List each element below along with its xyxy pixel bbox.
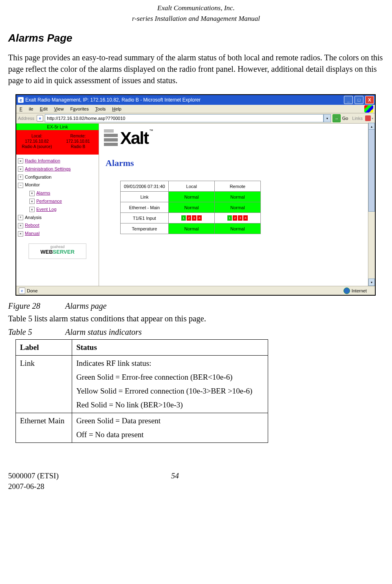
nav-eventlog[interactable]: Event Log (36, 206, 57, 214)
eth-local-status: Normal (168, 202, 214, 213)
table-row-label: Link (16, 356, 72, 413)
page-footer: 5000007 (ETSI) 2007-06-28 54 (8, 471, 384, 491)
zone-label: Internet (352, 288, 367, 293)
plus-icon[interactable]: + (18, 175, 23, 180)
th-status: Status (72, 340, 268, 356)
nav-performance[interactable]: Performance (36, 197, 62, 206)
maximize-button[interactable]: □ (355, 96, 363, 104)
plus-icon[interactable]: + (18, 215, 23, 220)
window-titlebar: e Exalt Radio Management, IP: 172.16.10.… (16, 95, 375, 105)
expand-icon[interactable]: × (18, 166, 23, 172)
windows-flag-icon (364, 105, 373, 113)
t1-port-indicator: 2 (187, 215, 191, 221)
page-icon: e (19, 288, 25, 294)
minimize-button[interactable]: _ (344, 96, 353, 104)
expand-icon[interactable]: × (18, 231, 23, 237)
window-title: Exalt Radio Management, IP: 172.16.10.82… (25, 97, 343, 103)
section-title: Alarms Page (8, 32, 384, 44)
doc-date: 2007-06-28 (8, 482, 171, 491)
screenshot-figure: e Exalt Radio Management, IP: 172.16.10.… (15, 94, 376, 296)
menu-favorites[interactable]: Favorites (70, 106, 88, 111)
close-button[interactable]: X (365, 96, 374, 104)
links-dropdown[interactable]: ▾ (372, 117, 373, 120)
temp-remote-status: Normal (214, 223, 260, 234)
t1-port-indicator: 1 (181, 215, 186, 221)
nav-config[interactable]: Configuration (25, 173, 51, 181)
nav-analysis[interactable]: Analysis (25, 214, 42, 222)
status-indicators-table: Label Status LinkIndicates RF link statu… (15, 339, 268, 443)
th-label: Label (16, 340, 72, 356)
figure-caption: Figure 28Alarms page (8, 301, 384, 311)
menu-edit[interactable]: Edit (40, 106, 48, 111)
temp-local-status: Normal (168, 223, 214, 234)
row-t1e1: T1/E1 Input (121, 213, 169, 223)
t1-port-indicator: 2 (233, 215, 237, 221)
alarms-table: 09/01/2006 07:31:40 Local Remote Link No… (120, 181, 261, 234)
nav-admin[interactable]: Administration Settings (25, 165, 71, 173)
row-link: Link (121, 192, 169, 202)
table-row-status: Green Solid = Data presentOff = No data … (72, 413, 268, 443)
nav-radio-info[interactable]: Radio Information (25, 157, 60, 165)
t1-port-indicator: 1 (227, 215, 232, 221)
t1-remote-status: 1234 (214, 213, 260, 223)
header-company: Exalt Communications, Inc. (8, 4, 384, 12)
table-caption: Table 5Alarm status indicators (8, 327, 384, 337)
globe-icon (344, 288, 350, 294)
t1-port-indicator: 4 (197, 215, 202, 221)
expand-icon[interactable]: × (18, 223, 23, 228)
vertical-scrollbar[interactable]: ▴ ▾ (368, 123, 375, 286)
address-input[interactable]: http://172.16.10.82/home.asp?7?00010 (45, 114, 323, 122)
menu-file[interactable]: File (20, 106, 33, 111)
menu-help[interactable]: Help (112, 106, 121, 111)
expand-icon[interactable]: × (18, 158, 23, 164)
scroll-down-icon[interactable]: ▾ (368, 279, 375, 286)
t1-port-indicator: 4 (243, 215, 248, 221)
nav-monitor[interactable]: Monitor (25, 181, 40, 189)
ie-icon: e (18, 97, 24, 103)
expand-icon[interactable]: × (29, 199, 35, 204)
col-local: Local (168, 181, 214, 192)
address-dropdown[interactable]: ▾ (324, 114, 331, 122)
nav-tree: ×Radio Information ×Administration Setti… (16, 155, 99, 240)
scroll-thumb[interactable] (368, 129, 375, 212)
minus-icon[interactable]: − (18, 183, 23, 188)
webserver-logo: goahead WEBSERVER (29, 243, 86, 259)
links-label: Links (352, 116, 363, 121)
t1-port-indicator: 3 (192, 215, 196, 221)
menu-tools[interactable]: Tools (95, 106, 106, 111)
col-remote: Remote (214, 181, 260, 192)
page-icon: e (37, 115, 43, 122)
address-bar: Address e http://172.16.10.82/home.asp?7… (16, 113, 375, 124)
status-bar: e Done Internet (16, 286, 375, 295)
t1-local-status: 1234 (168, 213, 214, 223)
page-heading: Alarms (106, 158, 370, 168)
local-radio-box[interactable]: Local: 172.16.10.82 Radio A (source) (16, 130, 57, 155)
nav-alarms[interactable]: Alarms (36, 189, 50, 197)
nav-reboot[interactable]: Reboot (25, 221, 39, 230)
page-number: 54 (171, 471, 384, 491)
link-local-status: Normal (168, 192, 214, 202)
exalt-logo: Xalt™ (104, 128, 370, 148)
menu-bar: File Edit View Favorites Tools Help (16, 105, 375, 113)
link-remote-status: Normal (214, 192, 260, 202)
intro-paragraph: This page provides an easy-to-read summa… (8, 52, 384, 86)
nav-manual[interactable]: Manual (25, 230, 40, 238)
remote-radio-box[interactable]: Remote: 172.16.10.81 Radio B (57, 130, 99, 155)
go-label: Go (342, 116, 348, 121)
t1-port-indicator: 3 (238, 215, 242, 221)
left-nav-panel: EX-5r Link Local: 172.16.10.82 Radio A (… (16, 124, 99, 286)
go-button[interactable]: → (333, 114, 341, 122)
menu-view[interactable]: View (54, 106, 64, 111)
status-text: Done (27, 288, 37, 293)
table-ref-text: Table 5 lists alarm status conditions th… (8, 314, 384, 323)
expand-icon[interactable]: × (29, 191, 35, 196)
eth-remote-status: Normal (214, 202, 260, 213)
main-content: Xalt™ Alarms 09/01/2006 07:31:40 Local R… (99, 124, 375, 286)
address-label: Address (18, 116, 34, 121)
links-icon[interactable] (365, 115, 371, 121)
expand-icon[interactable]: × (29, 207, 35, 212)
row-temperature: Temperature (121, 223, 169, 234)
header-manual: r-series Installation and Management Man… (8, 15, 384, 23)
table-row-label: Ethernet Main (16, 413, 72, 443)
timestamp-cell: 09/01/2006 07:31:40 (121, 181, 169, 192)
